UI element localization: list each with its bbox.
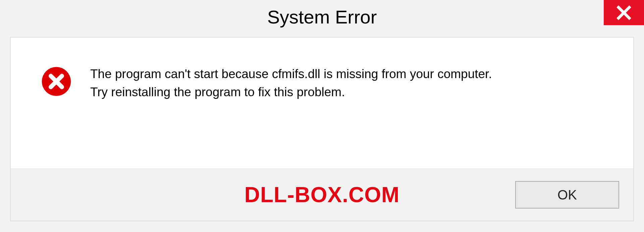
message-line-2: Try reinstalling the program to fix this… bbox=[90, 83, 492, 101]
message-line-1: The program can't start because cfmifs.d… bbox=[90, 65, 492, 83]
titlebar: System Error bbox=[0, 0, 644, 34]
window-title: System Error bbox=[267, 6, 377, 28]
message-block: The program can't start because cfmifs.d… bbox=[90, 64, 492, 101]
ok-button[interactable]: OK bbox=[515, 181, 619, 209]
watermark-text: DLL-BOX.COM bbox=[245, 182, 400, 207]
close-button[interactable] bbox=[604, 0, 644, 25]
footer-area: DLL-BOX.COM OK bbox=[11, 169, 633, 221]
close-icon bbox=[616, 5, 632, 21]
error-icon-wrap bbox=[41, 66, 72, 98]
error-icon bbox=[41, 66, 72, 97]
dialog-box: The program can't start because cfmifs.d… bbox=[10, 37, 634, 221]
content-area: The program can't start because cfmifs.d… bbox=[11, 38, 633, 169]
